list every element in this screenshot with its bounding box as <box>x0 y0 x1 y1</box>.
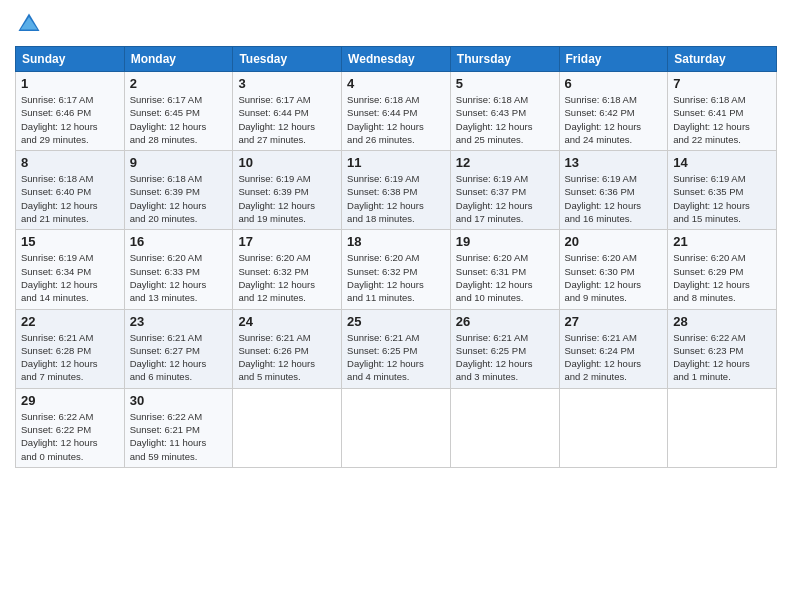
header <box>15 10 777 38</box>
day-cell: 18 Sunrise: 6:20 AMSunset: 6:32 PMDaylig… <box>342 230 451 309</box>
day-info: Sunrise: 6:21 AMSunset: 6:25 PMDaylight:… <box>347 331 445 384</box>
day-cell: 25 Sunrise: 6:21 AMSunset: 6:25 PMDaylig… <box>342 309 451 388</box>
day-info: Sunrise: 6:21 AMSunset: 6:26 PMDaylight:… <box>238 331 336 384</box>
day-number: 27 <box>565 314 663 329</box>
day-info: Sunrise: 6:17 AMSunset: 6:44 PMDaylight:… <box>238 93 336 146</box>
day-info: Sunrise: 6:20 AMSunset: 6:32 PMDaylight:… <box>238 251 336 304</box>
day-number: 9 <box>130 155 228 170</box>
day-number: 18 <box>347 234 445 249</box>
day-cell: 6 Sunrise: 6:18 AMSunset: 6:42 PMDayligh… <box>559 72 668 151</box>
day-number: 12 <box>456 155 554 170</box>
day-number: 20 <box>565 234 663 249</box>
weekday-header-friday: Friday <box>559 47 668 72</box>
day-cell <box>450 388 559 467</box>
day-cell: 13 Sunrise: 6:19 AMSunset: 6:36 PMDaylig… <box>559 151 668 230</box>
weekday-header-saturday: Saturday <box>668 47 777 72</box>
day-cell: 8 Sunrise: 6:18 AMSunset: 6:40 PMDayligh… <box>16 151 125 230</box>
day-cell <box>233 388 342 467</box>
day-info: Sunrise: 6:20 AMSunset: 6:30 PMDaylight:… <box>565 251 663 304</box>
day-cell: 27 Sunrise: 6:21 AMSunset: 6:24 PMDaylig… <box>559 309 668 388</box>
day-cell: 7 Sunrise: 6:18 AMSunset: 6:41 PMDayligh… <box>668 72 777 151</box>
day-info: Sunrise: 6:19 AMSunset: 6:35 PMDaylight:… <box>673 172 771 225</box>
weekday-header-sunday: Sunday <box>16 47 125 72</box>
day-number: 7 <box>673 76 771 91</box>
day-cell <box>559 388 668 467</box>
day-number: 28 <box>673 314 771 329</box>
logo <box>15 10 47 38</box>
day-cell: 15 Sunrise: 6:19 AMSunset: 6:34 PMDaylig… <box>16 230 125 309</box>
day-number: 15 <box>21 234 119 249</box>
day-cell: 2 Sunrise: 6:17 AMSunset: 6:45 PMDayligh… <box>124 72 233 151</box>
day-cell: 14 Sunrise: 6:19 AMSunset: 6:35 PMDaylig… <box>668 151 777 230</box>
day-cell: 4 Sunrise: 6:18 AMSunset: 6:44 PMDayligh… <box>342 72 451 151</box>
day-number: 17 <box>238 234 336 249</box>
day-number: 25 <box>347 314 445 329</box>
week-row-4: 22 Sunrise: 6:21 AMSunset: 6:28 PMDaylig… <box>16 309 777 388</box>
day-number: 23 <box>130 314 228 329</box>
day-info: Sunrise: 6:20 AMSunset: 6:29 PMDaylight:… <box>673 251 771 304</box>
day-info: Sunrise: 6:19 AMSunset: 6:36 PMDaylight:… <box>565 172 663 225</box>
day-info: Sunrise: 6:20 AMSunset: 6:31 PMDaylight:… <box>456 251 554 304</box>
day-cell: 24 Sunrise: 6:21 AMSunset: 6:26 PMDaylig… <box>233 309 342 388</box>
day-info: Sunrise: 6:19 AMSunset: 6:39 PMDaylight:… <box>238 172 336 225</box>
day-info: Sunrise: 6:19 AMSunset: 6:37 PMDaylight:… <box>456 172 554 225</box>
day-cell: 19 Sunrise: 6:20 AMSunset: 6:31 PMDaylig… <box>450 230 559 309</box>
day-info: Sunrise: 6:18 AMSunset: 6:43 PMDaylight:… <box>456 93 554 146</box>
day-cell: 30 Sunrise: 6:22 AMSunset: 6:21 PMDaylig… <box>124 388 233 467</box>
day-info: Sunrise: 6:21 AMSunset: 6:25 PMDaylight:… <box>456 331 554 384</box>
day-info: Sunrise: 6:19 AMSunset: 6:38 PMDaylight:… <box>347 172 445 225</box>
day-info: Sunrise: 6:18 AMSunset: 6:39 PMDaylight:… <box>130 172 228 225</box>
week-row-5: 29 Sunrise: 6:22 AMSunset: 6:22 PMDaylig… <box>16 388 777 467</box>
day-info: Sunrise: 6:18 AMSunset: 6:42 PMDaylight:… <box>565 93 663 146</box>
day-info: Sunrise: 6:22 AMSunset: 6:22 PMDaylight:… <box>21 410 119 463</box>
day-number: 26 <box>456 314 554 329</box>
day-cell: 9 Sunrise: 6:18 AMSunset: 6:39 PMDayligh… <box>124 151 233 230</box>
day-info: Sunrise: 6:21 AMSunset: 6:24 PMDaylight:… <box>565 331 663 384</box>
day-cell: 23 Sunrise: 6:21 AMSunset: 6:27 PMDaylig… <box>124 309 233 388</box>
weekday-header-monday: Monday <box>124 47 233 72</box>
day-info: Sunrise: 6:22 AMSunset: 6:23 PMDaylight:… <box>673 331 771 384</box>
day-cell: 1 Sunrise: 6:17 AMSunset: 6:46 PMDayligh… <box>16 72 125 151</box>
day-number: 10 <box>238 155 336 170</box>
day-number: 11 <box>347 155 445 170</box>
day-cell: 29 Sunrise: 6:22 AMSunset: 6:22 PMDaylig… <box>16 388 125 467</box>
day-number: 30 <box>130 393 228 408</box>
day-number: 21 <box>673 234 771 249</box>
day-info: Sunrise: 6:18 AMSunset: 6:44 PMDaylight:… <box>347 93 445 146</box>
day-number: 14 <box>673 155 771 170</box>
week-row-1: 1 Sunrise: 6:17 AMSunset: 6:46 PMDayligh… <box>16 72 777 151</box>
day-info: Sunrise: 6:22 AMSunset: 6:21 PMDaylight:… <box>130 410 228 463</box>
day-number: 19 <box>456 234 554 249</box>
day-number: 3 <box>238 76 336 91</box>
day-info: Sunrise: 6:19 AMSunset: 6:34 PMDaylight:… <box>21 251 119 304</box>
day-info: Sunrise: 6:18 AMSunset: 6:40 PMDaylight:… <box>21 172 119 225</box>
weekday-header-tuesday: Tuesday <box>233 47 342 72</box>
day-number: 22 <box>21 314 119 329</box>
day-cell <box>668 388 777 467</box>
day-cell: 28 Sunrise: 6:22 AMSunset: 6:23 PMDaylig… <box>668 309 777 388</box>
week-row-3: 15 Sunrise: 6:19 AMSunset: 6:34 PMDaylig… <box>16 230 777 309</box>
day-cell: 3 Sunrise: 6:17 AMSunset: 6:44 PMDayligh… <box>233 72 342 151</box>
day-cell: 16 Sunrise: 6:20 AMSunset: 6:33 PMDaylig… <box>124 230 233 309</box>
day-info: Sunrise: 6:17 AMSunset: 6:45 PMDaylight:… <box>130 93 228 146</box>
day-cell: 12 Sunrise: 6:19 AMSunset: 6:37 PMDaylig… <box>450 151 559 230</box>
logo-icon <box>15 10 43 38</box>
day-info: Sunrise: 6:20 AMSunset: 6:32 PMDaylight:… <box>347 251 445 304</box>
day-cell: 17 Sunrise: 6:20 AMSunset: 6:32 PMDaylig… <box>233 230 342 309</box>
day-cell: 22 Sunrise: 6:21 AMSunset: 6:28 PMDaylig… <box>16 309 125 388</box>
day-number: 13 <box>565 155 663 170</box>
day-number: 24 <box>238 314 336 329</box>
weekday-header-row: SundayMondayTuesdayWednesdayThursdayFrid… <box>16 47 777 72</box>
day-info: Sunrise: 6:20 AMSunset: 6:33 PMDaylight:… <box>130 251 228 304</box>
calendar-table: SundayMondayTuesdayWednesdayThursdayFrid… <box>15 46 777 468</box>
week-row-2: 8 Sunrise: 6:18 AMSunset: 6:40 PMDayligh… <box>16 151 777 230</box>
day-number: 5 <box>456 76 554 91</box>
day-cell: 26 Sunrise: 6:21 AMSunset: 6:25 PMDaylig… <box>450 309 559 388</box>
day-number: 29 <box>21 393 119 408</box>
day-number: 1 <box>21 76 119 91</box>
day-info: Sunrise: 6:17 AMSunset: 6:46 PMDaylight:… <box>21 93 119 146</box>
weekday-header-thursday: Thursday <box>450 47 559 72</box>
day-cell: 10 Sunrise: 6:19 AMSunset: 6:39 PMDaylig… <box>233 151 342 230</box>
day-cell: 11 Sunrise: 6:19 AMSunset: 6:38 PMDaylig… <box>342 151 451 230</box>
day-info: Sunrise: 6:21 AMSunset: 6:27 PMDaylight:… <box>130 331 228 384</box>
